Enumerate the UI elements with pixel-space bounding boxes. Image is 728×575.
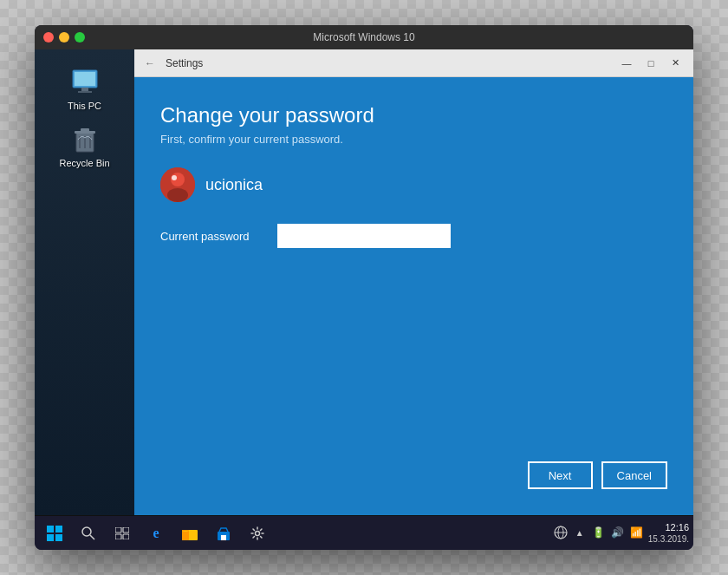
svg-rect-6 xyxy=(81,128,89,132)
next-button[interactable]: Next xyxy=(528,461,593,489)
window-controls: — □ ✕ xyxy=(615,52,686,75)
globe-icon[interactable] xyxy=(553,525,569,540)
svg-rect-22 xyxy=(115,534,121,539)
minimize-button[interactable]: — xyxy=(615,52,638,75)
this-pc-icon xyxy=(68,67,102,97)
mac-close-button[interactable] xyxy=(43,32,54,42)
current-password-label: Current password xyxy=(160,230,264,243)
mac-content: This PC Recycle Bin xyxy=(35,49,693,515)
recycle-bin-label: Recycle Bin xyxy=(59,158,109,168)
svg-rect-14 xyxy=(47,526,54,533)
mac-minimize-button[interactable] xyxy=(59,32,69,42)
explorer-button[interactable] xyxy=(174,518,205,549)
settings-main: you to Change your password First, confi… xyxy=(134,77,693,515)
svg-point-18 xyxy=(82,527,91,536)
dialog-subtitle: First, confirm your current password. xyxy=(160,133,667,146)
password-dialog: Change your password First, confirm your… xyxy=(134,77,693,515)
volume-icon[interactable]: 🔊 xyxy=(610,525,626,540)
store-button[interactable] xyxy=(208,518,239,549)
clock-time: 12:16 xyxy=(648,521,689,533)
mac-window-controls xyxy=(43,32,85,42)
settings-titlebar: ← Settings — □ ✕ xyxy=(134,49,693,77)
this-pc-label: This PC xyxy=(68,101,101,111)
svg-rect-15 xyxy=(55,526,62,533)
current-password-input[interactable] xyxy=(277,224,451,248)
settings-taskbar-button[interactable] xyxy=(242,518,273,549)
svg-rect-20 xyxy=(115,527,121,533)
close-button[interactable]: ✕ xyxy=(664,52,686,75)
taskbar-right: ▲ 🔋 🔊 📶 12:16 15.3.2019. xyxy=(553,521,689,545)
battery-icon: 🔋 xyxy=(591,525,607,540)
maximize-button[interactable]: □ xyxy=(640,52,662,75)
recycle-bin-icon xyxy=(68,124,102,154)
svg-rect-16 xyxy=(47,534,54,541)
user-avatar xyxy=(160,167,195,202)
mac-window: Microsoft Windows 10 This PC xyxy=(35,25,693,550)
svg-rect-3 xyxy=(78,91,92,93)
search-button[interactable] xyxy=(73,518,104,549)
username: ucionica xyxy=(205,176,263,194)
desktop-area: This PC Recycle Bin xyxy=(35,49,134,515)
settings-back-button[interactable]: ← xyxy=(141,55,159,72)
network-icon[interactable]: 📶 xyxy=(629,525,645,540)
dialog-buttons: Next Cancel xyxy=(160,461,667,498)
svg-rect-23 xyxy=(123,534,129,539)
clock: 12:16 15.3.2019. xyxy=(648,521,689,545)
desktop-icon-recycle-bin[interactable]: Recycle Bin xyxy=(35,120,134,173)
desktop-icon-this-pc[interactable]: This PC xyxy=(35,62,134,115)
edge-button[interactable]: e xyxy=(140,518,172,549)
clock-date: 15.3.2019. xyxy=(648,533,689,545)
svg-rect-21 xyxy=(123,527,129,533)
svg-point-28 xyxy=(256,531,260,535)
start-button[interactable] xyxy=(39,518,70,549)
svg-rect-2 xyxy=(81,88,88,91)
svg-rect-1 xyxy=(75,72,95,86)
svg-rect-17 xyxy=(55,534,62,541)
password-field-row: Current password xyxy=(160,224,667,248)
svg-line-19 xyxy=(90,535,94,539)
cancel-button[interactable]: Cancel xyxy=(601,461,667,489)
settings-body: you to Change your password First, confi… xyxy=(134,77,693,515)
task-view-button[interactable] xyxy=(107,518,138,549)
user-row: ucionica xyxy=(160,167,667,202)
mac-window-title: Microsoft Windows 10 xyxy=(313,31,414,43)
taskbar: e xyxy=(35,515,693,550)
settings-window: ← Settings — □ ✕ you to Change your pass… xyxy=(134,49,693,515)
dialog-spacer xyxy=(160,274,667,461)
dialog-title: Change your password xyxy=(160,103,667,127)
mac-maximize-button[interactable] xyxy=(75,32,85,42)
svg-point-12 xyxy=(167,188,188,202)
mac-titlebar: Microsoft Windows 10 xyxy=(35,25,693,49)
svg-point-13 xyxy=(172,175,177,180)
chevron-up-icon[interactable]: ▲ xyxy=(572,525,588,540)
settings-window-title: Settings xyxy=(166,57,203,69)
svg-rect-27 xyxy=(221,535,226,540)
